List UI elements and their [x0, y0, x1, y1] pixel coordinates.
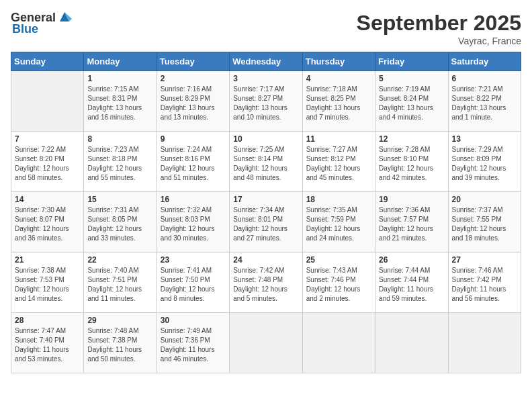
- day-number: 21: [15, 255, 80, 265]
- day-number: 12: [379, 134, 444, 144]
- day-number: 7: [15, 134, 80, 144]
- day-number: 19: [379, 195, 444, 204]
- calendar-cell: 23Sunrise: 7:41 AMSunset: 7:50 PMDayligh…: [157, 253, 229, 313]
- calendar-cell: 8Sunrise: 7:23 AMSunset: 8:18 PMDaylight…: [84, 132, 157, 192]
- day-info: Sunrise: 7:48 AMSunset: 7:38 PMDaylight:…: [87, 326, 152, 364]
- day-number: 28: [15, 316, 80, 325]
- day-info: Sunrise: 7:25 AMSunset: 8:14 PMDaylight:…: [233, 145, 298, 183]
- day-number: 17: [233, 195, 298, 204]
- day-number: 16: [161, 195, 226, 204]
- day-number: 4: [306, 74, 371, 83]
- day-number: 8: [87, 134, 152, 144]
- day-info: Sunrise: 7:28 AMSunset: 8:10 PMDaylight:…: [379, 145, 444, 183]
- day-number: 24: [233, 255, 298, 265]
- day-number: 30: [161, 316, 226, 325]
- weekday-header: Friday: [375, 52, 448, 71]
- weekday-header: Monday: [84, 52, 157, 71]
- day-info: Sunrise: 7:15 AMSunset: 8:31 PMDaylight:…: [87, 85, 152, 122]
- day-info: Sunrise: 7:24 AMSunset: 8:16 PMDaylight:…: [161, 145, 226, 183]
- calendar-cell: [448, 313, 521, 373]
- weekday-header: Tuesday: [157, 52, 229, 71]
- calendar-cell: 21Sunrise: 7:38 AMSunset: 7:53 PMDayligh…: [11, 253, 84, 313]
- day-info: Sunrise: 7:19 AMSunset: 8:24 PMDaylight:…: [379, 85, 444, 122]
- calendar-week-row: 28Sunrise: 7:47 AMSunset: 7:40 PMDayligh…: [11, 313, 521, 373]
- day-number: 2: [161, 74, 226, 83]
- weekday-header: Saturday: [448, 52, 521, 71]
- day-info: Sunrise: 7:17 AMSunset: 8:27 PMDaylight:…: [233, 85, 298, 122]
- calendar-cell: 15Sunrise: 7:31 AMSunset: 8:05 PMDayligh…: [84, 192, 157, 253]
- calendar-cell: [11, 71, 84, 132]
- day-number: 18: [306, 195, 371, 204]
- calendar-cell: [375, 313, 448, 373]
- day-info: Sunrise: 7:27 AMSunset: 8:12 PMDaylight:…: [306, 145, 371, 183]
- day-info: Sunrise: 7:42 AMSunset: 7:48 PMDaylight:…: [233, 266, 298, 304]
- day-number: 13: [452, 134, 517, 144]
- day-number: 11: [306, 134, 371, 144]
- day-number: 23: [161, 255, 226, 265]
- day-info: Sunrise: 7:18 AMSunset: 8:25 PMDaylight:…: [306, 85, 371, 122]
- day-info: Sunrise: 7:41 AMSunset: 7:50 PMDaylight:…: [161, 266, 226, 304]
- calendar-body: 1Sunrise: 7:15 AMSunset: 8:31 PMDaylight…: [11, 71, 521, 373]
- day-info: Sunrise: 7:43 AMSunset: 7:46 PMDaylight:…: [306, 266, 371, 304]
- day-number: 25: [306, 255, 371, 265]
- calendar-cell: 14Sunrise: 7:30 AMSunset: 8:07 PMDayligh…: [11, 192, 84, 253]
- calendar-cell: 10Sunrise: 7:25 AMSunset: 8:14 PMDayligh…: [230, 132, 302, 192]
- day-info: Sunrise: 7:44 AMSunset: 7:44 PMDaylight:…: [379, 266, 444, 304]
- calendar-cell: 28Sunrise: 7:47 AMSunset: 7:40 PMDayligh…: [11, 313, 84, 373]
- calendar-table: SundayMondayTuesdayWednesdayThursdayFrid…: [11, 52, 521, 373]
- calendar-cell: 11Sunrise: 7:27 AMSunset: 8:12 PMDayligh…: [302, 132, 375, 192]
- day-number: 20: [452, 195, 517, 204]
- calendar-cell: 12Sunrise: 7:28 AMSunset: 8:10 PMDayligh…: [375, 132, 448, 192]
- day-info: Sunrise: 7:16 AMSunset: 8:29 PMDaylight:…: [161, 85, 226, 122]
- calendar-cell: 19Sunrise: 7:36 AMSunset: 7:57 PMDayligh…: [375, 192, 448, 253]
- calendar-cell: 30Sunrise: 7:49 AMSunset: 7:36 PMDayligh…: [157, 313, 229, 373]
- logo-blue-text: Blue: [12, 22, 38, 36]
- calendar-cell: 6Sunrise: 7:21 AMSunset: 8:22 PMDaylight…: [448, 71, 521, 132]
- calendar-cell: 2Sunrise: 7:16 AMSunset: 8:29 PMDaylight…: [157, 71, 229, 132]
- day-number: 9: [161, 134, 226, 144]
- day-info: Sunrise: 7:29 AMSunset: 8:09 PMDaylight:…: [452, 145, 517, 183]
- day-info: Sunrise: 7:36 AMSunset: 7:57 PMDaylight:…: [379, 205, 444, 243]
- calendar-cell: 20Sunrise: 7:37 AMSunset: 7:55 PMDayligh…: [448, 192, 521, 253]
- day-info: Sunrise: 7:35 AMSunset: 7:59 PMDaylight:…: [306, 205, 371, 243]
- day-number: 6: [452, 74, 517, 83]
- page-header: General Blue September 2025 Vayrac, Fran…: [11, 11, 521, 46]
- month-title: September 2025: [357, 11, 521, 36]
- calendar-cell: 26Sunrise: 7:44 AMSunset: 7:44 PMDayligh…: [375, 253, 448, 313]
- day-number: 29: [87, 316, 152, 325]
- day-info: Sunrise: 7:30 AMSunset: 8:07 PMDaylight:…: [15, 205, 80, 243]
- calendar-week-row: 7Sunrise: 7:22 AMSunset: 8:20 PMDaylight…: [11, 132, 521, 192]
- day-number: 27: [452, 255, 517, 265]
- day-info: Sunrise: 7:46 AMSunset: 7:42 PMDaylight:…: [452, 266, 517, 304]
- day-info: Sunrise: 7:21 AMSunset: 8:22 PMDaylight:…: [452, 85, 517, 122]
- calendar-cell: 1Sunrise: 7:15 AMSunset: 8:31 PMDaylight…: [84, 71, 157, 132]
- calendar-cell: 13Sunrise: 7:29 AMSunset: 8:09 PMDayligh…: [448, 132, 521, 192]
- day-number: 5: [379, 74, 444, 83]
- calendar-cell: 22Sunrise: 7:40 AMSunset: 7:51 PMDayligh…: [84, 253, 157, 313]
- day-number: 1: [87, 74, 152, 83]
- calendar-cell: 24Sunrise: 7:42 AMSunset: 7:48 PMDayligh…: [230, 253, 302, 313]
- day-number: 15: [87, 195, 152, 204]
- weekday-header: Thursday: [302, 52, 375, 71]
- calendar-cell: [302, 313, 375, 373]
- calendar-cell: 4Sunrise: 7:18 AMSunset: 8:25 PMDaylight…: [302, 71, 375, 132]
- day-number: 22: [87, 255, 152, 265]
- calendar-cell: 29Sunrise: 7:48 AMSunset: 7:38 PMDayligh…: [84, 313, 157, 373]
- calendar-cell: [230, 313, 302, 373]
- day-number: 26: [379, 255, 444, 265]
- day-info: Sunrise: 7:34 AMSunset: 8:01 PMDaylight:…: [233, 205, 298, 243]
- calendar-week-row: 14Sunrise: 7:30 AMSunset: 8:07 PMDayligh…: [11, 192, 521, 253]
- weekday-header: Sunday: [11, 52, 84, 71]
- location-text: Vayrac, France: [357, 36, 521, 46]
- day-number: 3: [233, 74, 298, 83]
- calendar-header-row: SundayMondayTuesdayWednesdayThursdayFrid…: [11, 52, 521, 71]
- calendar-cell: 17Sunrise: 7:34 AMSunset: 8:01 PMDayligh…: [230, 192, 302, 253]
- day-info: Sunrise: 7:37 AMSunset: 7:55 PMDaylight:…: [452, 205, 517, 243]
- title-block: September 2025 Vayrac, France: [357, 11, 521, 46]
- calendar-week-row: 1Sunrise: 7:15 AMSunset: 8:31 PMDaylight…: [11, 71, 521, 132]
- day-info: Sunrise: 7:38 AMSunset: 7:53 PMDaylight:…: [15, 266, 80, 304]
- day-info: Sunrise: 7:31 AMSunset: 8:05 PMDaylight:…: [87, 205, 152, 243]
- calendar-cell: 16Sunrise: 7:32 AMSunset: 8:03 PMDayligh…: [157, 192, 229, 253]
- logo: General Blue: [11, 11, 72, 36]
- calendar-cell: 9Sunrise: 7:24 AMSunset: 8:16 PMDaylight…: [157, 132, 229, 192]
